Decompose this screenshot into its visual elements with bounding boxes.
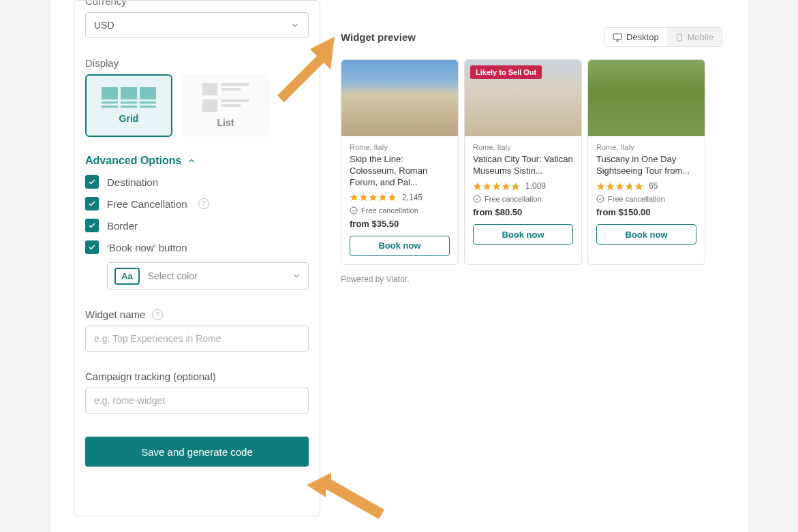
destination-label: Destination	[107, 176, 158, 188]
product-image: Likely to Sell Out	[465, 60, 581, 136]
svg-point-12	[350, 207, 357, 214]
free-cancellation-tag: Free cancellation	[473, 195, 573, 203]
free-cancellation-label: Free Cancellation	[107, 198, 187, 210]
product-title: Vatican City Tour: Vatican Museums Sisti…	[473, 154, 573, 177]
widget-preview: Widget preview Desktop Mobile Rome, Ital…	[341, 27, 722, 284]
sell-out-badge: Likely to Sell Out	[470, 65, 542, 79]
svg-rect-0	[613, 33, 621, 39]
color-placeholder: Select color	[148, 270, 198, 281]
mobile-toggle[interactable]: Mobile	[667, 28, 722, 46]
display-option-grid[interactable]: Grid	[85, 74, 172, 137]
product-location: Rome, Italy	[473, 143, 573, 151]
product-price: from $35.50	[350, 219, 450, 229]
review-count: 65	[649, 181, 658, 191]
check-circle-icon	[473, 195, 481, 203]
book-now-button[interactable]: Book now	[350, 236, 450, 256]
svg-point-20	[474, 195, 480, 202]
mobile-icon	[675, 33, 684, 42]
star-rating	[473, 182, 520, 191]
free-cancellation-tag: Free cancellation	[350, 206, 450, 215]
help-icon[interactable]: ?	[152, 309, 163, 320]
display-label: Display	[85, 57, 309, 69]
star-rating	[596, 182, 643, 191]
chevron-down-icon	[292, 271, 301, 281]
display-option-list[interactable]: List	[182, 74, 269, 137]
chevron-up-icon	[187, 156, 196, 166]
campaign-tracking-label: Campaign tracking (optional)	[85, 371, 216, 382]
widget-name-input[interactable]	[85, 326, 309, 351]
svg-marker-7	[369, 193, 377, 201]
review-count: 1,009	[525, 181, 546, 191]
svg-marker-11	[388, 193, 396, 201]
preview-title: Widget preview	[341, 31, 416, 43]
svg-marker-24	[626, 183, 633, 190]
chevron-down-icon	[290, 20, 300, 30]
book-now-checkbox[interactable]	[85, 240, 99, 254]
advanced-options-toggle[interactable]: Advanced Options	[85, 155, 309, 167]
book-now-label: 'Book now' button	[107, 242, 187, 253]
display-list-label: List	[217, 117, 234, 128]
svg-marker-22	[607, 183, 614, 190]
desktop-label: Desktop	[626, 32, 659, 42]
list-layout-icon	[202, 83, 249, 112]
svg-marker-14	[483, 183, 491, 190]
svg-marker-21	[597, 183, 604, 190]
currency-select[interactable]: USD	[85, 12, 309, 38]
svg-marker-15	[493, 183, 500, 190]
check-circle-icon	[350, 206, 358, 215]
product-card: Likely to Sell Out Rome, Italy Vatican C…	[464, 59, 582, 265]
free-cancellation-tag: Free cancellation	[596, 195, 696, 203]
widget-name-label: Widget name	[85, 309, 145, 320]
help-icon[interactable]: ?	[198, 198, 209, 209]
svg-marker-19	[512, 183, 519, 190]
product-title: Skip the Line: Colosseum, Roman Forum, a…	[350, 154, 450, 189]
book-now-button[interactable]: Book now	[596, 224, 696, 245]
product-image	[588, 60, 705, 136]
preview-device-toggle: Desktop Mobile	[604, 27, 722, 47]
save-generate-button[interactable]: Save and generate code	[85, 437, 309, 467]
star-rating	[350, 193, 397, 202]
check-circle-icon	[596, 195, 604, 203]
powered-by: Powered by Viator.	[341, 275, 722, 284]
campaign-tracking-input[interactable]	[85, 388, 309, 413]
product-location: Rome, Italy	[596, 143, 696, 151]
border-checkbox[interactable]	[85, 219, 99, 232]
config-sidebar: Currency USD Display Grid List	[74, 0, 320, 516]
review-count: 2,145	[402, 193, 423, 202]
product-title: Tuscany in One Day Sightseeing Tour from…	[596, 154, 696, 177]
preview-cards: Rome, Italy Skip the Line: Colosseum, Ro…	[341, 59, 722, 265]
svg-marker-16	[502, 183, 510, 190]
book-now-button[interactable]: Book now	[473, 224, 573, 245]
currency-label: Currency	[85, 0, 309, 7]
svg-point-28	[597, 195, 604, 202]
product-price: from $150.00	[596, 207, 696, 217]
display-grid-label: Grid	[119, 113, 139, 124]
svg-marker-8	[379, 193, 386, 201]
desktop-toggle[interactable]: Desktop	[604, 28, 667, 46]
destination-checkbox[interactable]	[85, 175, 99, 189]
svg-marker-23	[616, 183, 624, 190]
desktop-icon	[613, 33, 622, 42]
svg-rect-3	[677, 34, 681, 41]
svg-marker-27	[635, 183, 643, 190]
color-select[interactable]: Aa Select color	[107, 262, 309, 290]
svg-marker-5	[350, 193, 358, 201]
border-label: Border	[107, 220, 138, 232]
product-price: from $80.50	[473, 207, 573, 217]
mobile-label: Mobile	[688, 32, 713, 42]
color-preview-badge: Aa	[114, 268, 140, 285]
product-card: Rome, Italy Tuscany in One Day Sightseei…	[587, 59, 705, 265]
advanced-options-title: Advanced Options	[85, 155, 181, 167]
free-cancellation-checkbox[interactable]	[85, 197, 99, 210]
display-options: Grid List	[85, 74, 309, 137]
grid-layout-icon	[102, 87, 156, 108]
svg-marker-6	[360, 193, 367, 201]
svg-marker-13	[474, 183, 481, 190]
product-card: Rome, Italy Skip the Line: Colosseum, Ro…	[341, 59, 459, 265]
product-location: Rome, Italy	[350, 143, 450, 151]
currency-value: USD	[94, 20, 114, 31]
product-image	[341, 60, 458, 136]
